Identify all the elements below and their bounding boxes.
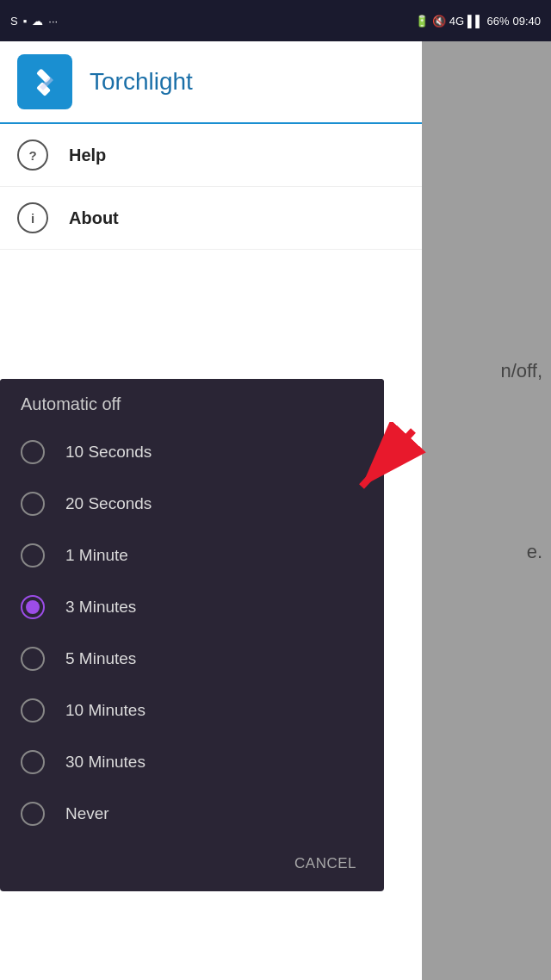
label-1m: 1 Minute — [65, 546, 128, 565]
status-bar-right: 🔋 🔇 4G ▌▌ 66% 09:40 — [415, 15, 541, 28]
about-label: About — [69, 208, 119, 228]
option-5m[interactable]: 5 Minutes — [0, 633, 384, 685]
label-20s: 20 Seconds — [65, 494, 152, 513]
time-display: 09:40 — [512, 15, 541, 28]
about-icon: i — [17, 202, 48, 233]
help-label: Help — [69, 146, 106, 165]
radio-10m[interactable] — [21, 698, 45, 723]
app-title-row: Torchlight — [0, 41, 422, 124]
right-panel: n/off, e. — [422, 41, 551, 980]
label-3m: 3 Minutes — [65, 598, 136, 617]
option-20s[interactable]: 20 Seconds — [0, 478, 384, 530]
help-icon: ? — [17, 140, 48, 171]
radio-20s[interactable] — [21, 492, 45, 516]
app-title: Torchlight — [90, 68, 193, 96]
label-5m: 5 Minutes — [65, 649, 136, 668]
option-1m[interactable]: 1 Minute — [0, 530, 384, 581]
option-10m[interactable]: 10 Minutes — [0, 685, 384, 736]
radio-30m[interactable] — [21, 750, 45, 774]
label-10s: 10 Seconds — [65, 443, 152, 462]
option-3m[interactable]: 3 Minutes — [0, 581, 384, 633]
right-text-2: e. — [527, 541, 542, 563]
label-never: Never — [65, 804, 109, 823]
signal-bars: ▌▌ — [467, 15, 483, 28]
radio-never[interactable] — [21, 802, 45, 826]
mute-icon: 🔇 — [432, 15, 446, 28]
radio-10s[interactable] — [21, 440, 45, 464]
menu-item-help[interactable]: ? Help — [0, 124, 422, 187]
option-never[interactable]: Never — [0, 788, 384, 840]
radio-3m[interactable] — [21, 595, 45, 619]
dialog-actions: Cancel — [0, 840, 384, 891]
dialog-title: Automatic off — [0, 379, 384, 426]
network-label: 4G — [449, 15, 464, 28]
flashlight-icon — [28, 65, 62, 99]
radio-list: 10 Seconds 20 Seconds 1 Minute 3 Minutes… — [0, 426, 384, 840]
option-30m[interactable]: 30 Minutes — [0, 736, 384, 788]
radio-5m[interactable] — [21, 647, 45, 671]
menu-item-about[interactable]: i About — [0, 187, 422, 250]
status-bar-left: S ▪ ☁ ··· — [10, 15, 58, 28]
sd-icon: ▪ — [23, 15, 28, 28]
dots-icon: ··· — [48, 15, 58, 28]
label-10m: 10 Minutes — [65, 701, 145, 720]
battery-level: 66% — [486, 15, 509, 28]
automatic-off-dialog: Automatic off 10 Seconds 20 Seconds 1 Mi… — [0, 379, 384, 891]
app-icon-box — [17, 54, 72, 109]
battery-icon: 🔋 — [415, 15, 429, 28]
radio-1m[interactable] — [21, 543, 45, 568]
right-text-1: n/off, — [500, 360, 542, 382]
cancel-button[interactable]: Cancel — [281, 847, 370, 881]
s-icon: S — [10, 15, 18, 28]
option-10s[interactable]: 10 Seconds — [0, 426, 384, 478]
status-bar: S ▪ ☁ ··· 🔋 🔇 4G ▌▌ 66% 09:40 — [0, 0, 551, 41]
label-30m: 30 Minutes — [65, 753, 145, 772]
cloud-icon: ☁ — [32, 15, 43, 28]
